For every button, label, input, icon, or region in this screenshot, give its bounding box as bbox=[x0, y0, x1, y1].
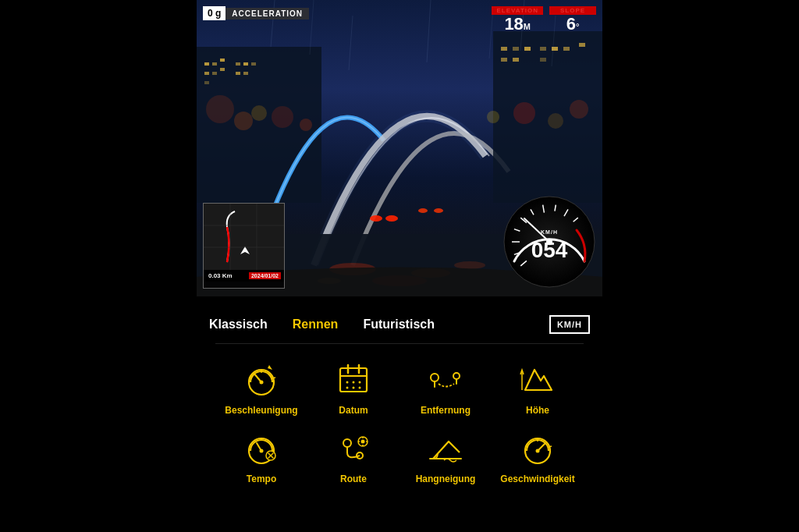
svg-point-15 bbox=[251, 105, 267, 121]
style-klassisch[interactable]: Klassisch bbox=[209, 317, 268, 332]
accel-number: 0 g bbox=[208, 8, 221, 19]
svg-rect-18 bbox=[493, 31, 602, 203]
hud-acceleration: 0 g ACCELERATION bbox=[203, 6, 309, 20]
map-distance: 0.03 Km bbox=[207, 271, 234, 280]
icon-item-tempo[interactable]: Tempo bbox=[215, 428, 307, 484]
slope-value: 6° bbox=[549, 15, 596, 34]
svg-point-40 bbox=[418, 208, 428, 213]
svg-point-72 bbox=[260, 381, 264, 385]
svg-rect-28 bbox=[540, 58, 546, 62]
svg-point-31 bbox=[570, 100, 588, 119]
datum-label: Datum bbox=[339, 405, 368, 416]
icons-grid: Beschleunigung bbox=[209, 344, 590, 497]
mini-map-canvas bbox=[204, 204, 284, 270]
acceleration-label: ACCELERATION bbox=[225, 8, 309, 20]
mini-map-footer: 0.03 Km 2024/01/02 bbox=[204, 270, 284, 282]
svg-point-13 bbox=[206, 95, 234, 123]
svg-point-32 bbox=[487, 111, 499, 123]
icon-item-datum[interactable]: Datum bbox=[307, 360, 400, 416]
svg-point-41 bbox=[434, 208, 443, 213]
svg-point-85 bbox=[359, 387, 361, 389]
icon-item-geschwindigkeit[interactable]: Geschwindigkeit bbox=[492, 428, 584, 484]
svg-point-38 bbox=[370, 215, 382, 222]
hangneigung-label: Hangneigung bbox=[416, 473, 476, 484]
svg-rect-2 bbox=[212, 62, 217, 66]
style-futuristisch[interactable]: Futuristisch bbox=[363, 317, 435, 332]
svg-point-80 bbox=[346, 381, 349, 384]
elevation-box: ELEVATION 18M bbox=[492, 6, 543, 34]
svg-point-88 bbox=[453, 373, 460, 379]
svg-point-16 bbox=[272, 106, 293, 128]
hangneigung-icon bbox=[426, 428, 465, 467]
svg-point-30 bbox=[548, 113, 563, 129]
svg-point-29 bbox=[513, 102, 535, 124]
icon-item-entfernung[interactable]: Entfernung bbox=[400, 360, 492, 416]
hoehe-label: Höhe bbox=[526, 405, 549, 416]
svg-rect-19 bbox=[501, 47, 507, 51]
svg-rect-9 bbox=[243, 62, 248, 66]
speedometer-svg: KM/H 054 bbox=[502, 195, 596, 289]
style-selector: Klassisch Rennen Futuristisch KM/H bbox=[209, 306, 590, 343]
svg-line-75 bbox=[272, 378, 275, 378]
svg-point-84 bbox=[353, 387, 355, 389]
geschwindigkeit-label: Geschwindigkeit bbox=[500, 473, 574, 484]
svg-rect-12 bbox=[243, 72, 248, 75]
svg-point-69 bbox=[546, 239, 552, 245]
acceleration-icon bbox=[242, 360, 281, 399]
svg-point-97 bbox=[343, 439, 351, 447]
svg-line-44 bbox=[349, 16, 353, 70]
acceleration-value: 0 g bbox=[203, 6, 225, 20]
icon-item-acceleration[interactable]: Beschleunigung bbox=[215, 360, 307, 416]
entfernung-icon bbox=[426, 360, 465, 399]
svg-rect-1 bbox=[204, 62, 209, 66]
app-container: 0 g ACCELERATION ELEVATION 18M SLOPE 6° bbox=[197, 0, 602, 532]
tempo-icon bbox=[242, 428, 281, 467]
svg-rect-11 bbox=[236, 72, 240, 75]
datum-icon bbox=[334, 360, 373, 399]
unit-badge[interactable]: KM/H bbox=[549, 315, 590, 334]
icon-item-hoehe[interactable]: Höhe bbox=[492, 360, 584, 416]
geschwindigkeit-icon bbox=[518, 428, 557, 467]
svg-rect-5 bbox=[220, 59, 225, 62]
slope-box: SLOPE 6° bbox=[549, 6, 596, 34]
svg-rect-21 bbox=[524, 47, 531, 51]
hud-top-right: ELEVATION 18M SLOPE 6° bbox=[492, 6, 596, 34]
svg-point-39 bbox=[385, 215, 398, 222]
hoehe-icon bbox=[518, 360, 557, 399]
svg-point-14 bbox=[234, 112, 253, 130]
svg-point-83 bbox=[346, 387, 349, 389]
svg-rect-22 bbox=[501, 58, 507, 62]
bottom-panel: Klassisch Rennen Futuristisch KM/H bbox=[197, 296, 602, 497]
svg-point-101 bbox=[361, 440, 365, 444]
svg-point-81 bbox=[353, 381, 355, 384]
svg-rect-20 bbox=[513, 47, 519, 51]
svg-rect-3 bbox=[204, 72, 209, 75]
svg-rect-7 bbox=[220, 68, 225, 71]
svg-rect-10 bbox=[251, 62, 256, 66]
tempo-label: Tempo bbox=[247, 473, 276, 484]
svg-rect-23 bbox=[513, 58, 519, 62]
acceleration-label: Beschleunigung bbox=[225, 405, 297, 416]
elevation-value: 18M bbox=[492, 15, 543, 34]
svg-rect-27 bbox=[579, 43, 585, 47]
map-date: 2024/01/02 bbox=[249, 272, 281, 279]
svg-line-45 bbox=[427, 0, 431, 62]
svg-point-36 bbox=[454, 261, 485, 269]
route-label: Route bbox=[340, 473, 367, 484]
icon-item-route[interactable]: Route bbox=[307, 428, 400, 484]
svg-rect-24 bbox=[540, 47, 546, 51]
entfernung-label: Entfernung bbox=[421, 405, 471, 416]
svg-point-86 bbox=[431, 374, 439, 381]
svg-point-108 bbox=[536, 449, 540, 453]
route-icon bbox=[334, 428, 373, 467]
style-rennen[interactable]: Rennen bbox=[293, 317, 339, 332]
speedometer: KM/H 054 bbox=[502, 195, 596, 289]
icon-item-hangneigung[interactable]: Hangneigung bbox=[400, 428, 492, 484]
svg-text:KM/H: KM/H bbox=[541, 229, 558, 235]
camera-view: 0 g ACCELERATION ELEVATION 18M SLOPE 6° bbox=[197, 0, 602, 296]
mini-map-svg bbox=[204, 204, 284, 270]
svg-rect-8 bbox=[236, 62, 240, 66]
svg-rect-49 bbox=[204, 204, 284, 270]
svg-point-93 bbox=[260, 449, 264, 453]
svg-point-17 bbox=[300, 119, 312, 131]
